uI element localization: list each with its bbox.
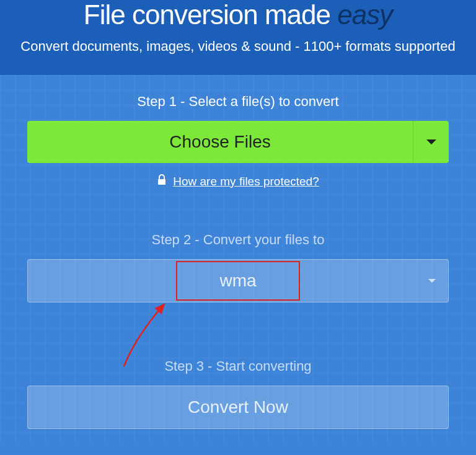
svg-rect-0 <box>158 179 165 185</box>
protected-row: How are my files protected? <box>27 174 449 188</box>
format-select[interactable]: wma <box>27 259 449 303</box>
page-subtitle: Convert documents, images, videos & soun… <box>19 37 457 56</box>
step2-label: Step 2 - Convert your files to <box>27 232 449 248</box>
page-title: File conversion made easy <box>19 0 457 30</box>
choose-files-button[interactable]: Choose Files <box>27 121 413 163</box>
files-protected-text: How are my files protected? <box>173 175 319 188</box>
title-emphasis: easy <box>337 0 392 30</box>
format-selected-value: wma <box>176 261 300 301</box>
choose-files-dropdown-button[interactable] <box>413 121 449 163</box>
chevron-down-icon <box>426 139 436 144</box>
lock-icon <box>157 174 167 188</box>
choose-files-row: Choose Files <box>27 121 449 163</box>
header-section: File conversion made easy Convert docume… <box>0 0 476 75</box>
chevron-down-icon <box>428 279 436 283</box>
files-protected-link[interactable]: How are my files protected? <box>157 174 319 188</box>
convert-now-button[interactable]: Convert Now <box>27 386 449 429</box>
title-prefix: File conversion made <box>84 0 337 30</box>
step1-label: Step 1 - Select a file(s) to convert <box>27 94 449 110</box>
steps-section: Step 1 - Select a file(s) to convert Cho… <box>0 75 476 443</box>
step3-label: Step 3 - Start converting <box>27 358 449 374</box>
